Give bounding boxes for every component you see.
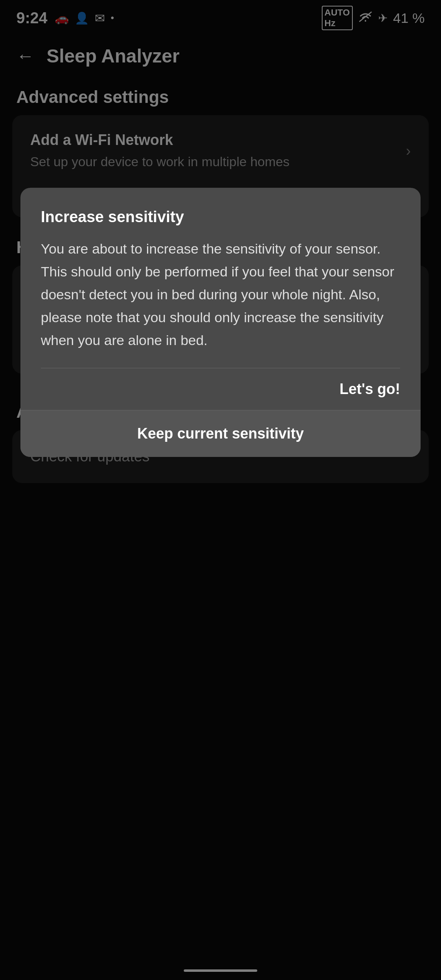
modal-body: You are about to increase the sensitivit… — [41, 237, 400, 352]
keep-sensitivity-button[interactable]: Keep current sensitivity — [137, 425, 304, 442]
increase-sensitivity-modal: Increase sensitivity You are about to in… — [20, 188, 421, 457]
modal-title: Increase sensitivity — [41, 208, 400, 226]
lets-go-button[interactable]: Let's go! — [339, 381, 400, 397]
keep-sensitivity-button-container[interactable]: Keep current sensitivity — [20, 410, 421, 457]
modal-overlay[interactable]: Increase sensitivity You are about to in… — [0, 0, 441, 980]
lets-go-button-container[interactable]: Let's go! — [41, 368, 400, 410]
